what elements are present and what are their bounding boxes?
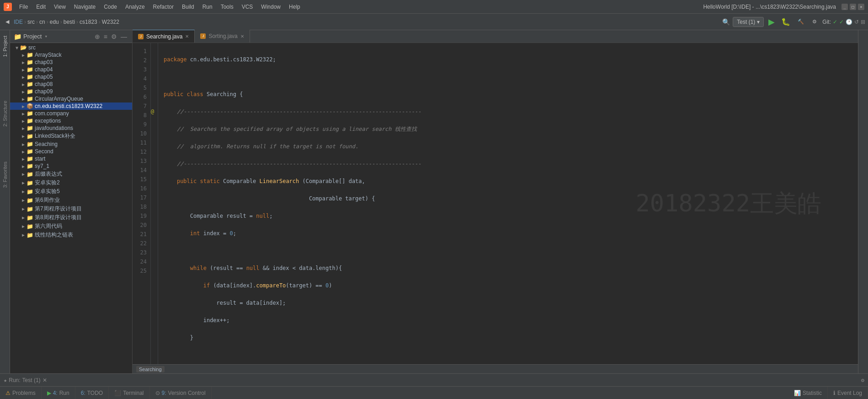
window-title: HelloWorld [D:\IDE] - ...\cs1823\W2322\S…	[703, 4, 836, 10]
menu-view[interactable]: View	[50, 3, 69, 11]
tree-linkedstack[interactable]: ▶ 📁 LinkedStack补全	[10, 132, 132, 140]
breadcrumb-edu[interactable]: edu	[50, 19, 59, 25]
tree-week6-code[interactable]: ▶ 📁 第六周代码	[10, 222, 132, 231]
menu-analyze[interactable]: Analyze	[122, 3, 149, 11]
terminal-icon: ⬛	[114, 390, 121, 396]
project-title: Project	[23, 33, 42, 40]
menu-code[interactable]: Code	[100, 3, 121, 11]
tree-android2[interactable]: ▶ 📁 安卓实验2	[10, 178, 132, 187]
run-close-icon[interactable]: ✕	[43, 377, 47, 383]
editor-status: Searching	[133, 364, 858, 373]
menu-edit[interactable]: Edit	[32, 3, 49, 11]
side-tab-structure[interactable]: 2: Structure	[0, 97, 10, 130]
tree-chap08[interactable]: ▶ 📁 chap08	[10, 81, 132, 88]
sync-button[interactable]: ⊕	[93, 32, 101, 41]
arrow-right-icon-chap03: ▶	[20, 60, 27, 65]
terminal-label: Terminal	[123, 390, 144, 396]
test-dropdown[interactable]: Test (1) ▾	[733, 17, 764, 27]
tree-exceptions[interactable]: ▶ 📁 exceptions	[10, 117, 132, 124]
close-icon-searching[interactable]: ✕	[185, 34, 189, 39]
tree-package-selected[interactable]: ▶ 📦 cn.edu.besti.cs1823.W2322	[10, 102, 132, 110]
tree-javafound[interactable]: ▶ 📁 javafoundations	[10, 124, 132, 132]
menu-run[interactable]: Run	[199, 3, 216, 11]
folder-icon-chap03: 📁	[27, 59, 33, 65]
maximize-button[interactable]: □	[850, 4, 856, 10]
back-button[interactable]: ◀	[3, 17, 12, 26]
statistic-icon: 📊	[794, 390, 801, 396]
build-button[interactable]: 🔨	[795, 17, 807, 26]
code-content[interactable]: package cn.edu.besti.cs1823.W2322; publi…	[158, 43, 858, 364]
hide-panel-button[interactable]: —	[119, 32, 128, 41]
breadcrumb-cs1823[interactable]: cs1823	[80, 19, 97, 25]
tab-terminal[interactable]: ⬛ Terminal	[109, 387, 149, 399]
breadcrumb-sep1: ›	[24, 19, 26, 25]
project-header: 📁 Project ▾ ⊕ ≡ ⚙ —	[10, 30, 132, 43]
close-button[interactable]: ×	[858, 4, 864, 10]
menu-tools[interactable]: Tools	[217, 3, 237, 11]
debug-button[interactable]: 🐛	[779, 16, 792, 27]
run-icon: ▶	[47, 390, 51, 396]
tree-label-arraystack: ArrayStack	[35, 52, 62, 58]
tree-linear[interactable]: ▶ 📁 线性结构之链表	[10, 231, 132, 239]
breadcrumb-w2322[interactable]: W2322	[102, 19, 119, 25]
side-tab-project[interactable]: 1: Project	[0, 32, 10, 60]
tree-chap09[interactable]: ▶ 📁 chap09	[10, 88, 132, 95]
tree-start[interactable]: ▶ 📁 start	[10, 155, 132, 162]
settings-gear-icon[interactable]: ⚙	[861, 377, 864, 383]
menu-navigate[interactable]: Navigate	[70, 3, 99, 11]
project-actions: ⊕ ≡ ⚙ —	[93, 32, 128, 41]
tree-arraystack[interactable]: ▶ 📁 ArrayStack	[10, 51, 132, 59]
collapse-button[interactable]: ≡	[102, 32, 109, 41]
tree-chap05[interactable]: ▶ 📁 chap05	[10, 73, 132, 81]
side-tab-favorites[interactable]: 3: Favorites	[0, 158, 10, 191]
tree-week7[interactable]: ▶ 📁 第7周程序设计项目	[10, 205, 132, 213]
tab-statistic[interactable]: 📊 Statistic	[788, 387, 828, 399]
tree-company[interactable]: ▶ 📁 com.company	[10, 110, 132, 117]
tab-sorting[interactable]: J Sorting.java ✕	[195, 30, 250, 43]
menu-refactor[interactable]: Refactor	[149, 3, 177, 11]
bottom-tabs: ⚠ Problems ▶ 4: Run 6: TODO ⬛ Terminal ⊙…	[0, 386, 868, 399]
tab-event-log[interactable]: ℹ Event Log	[828, 387, 868, 399]
tab-problems[interactable]: ⚠ Problems	[0, 387, 42, 399]
project-dropdown[interactable]: ▾	[44, 33, 48, 39]
run-button[interactable]: ▶	[767, 16, 777, 28]
main-area: 1: Project 2: Structure 3: Favorites 📁 P…	[0, 30, 868, 373]
tree-chap04[interactable]: ▶ 📁 chap04	[10, 66, 132, 73]
menu-help[interactable]: Help	[285, 3, 304, 11]
vc-icon: ⊙	[155, 390, 160, 396]
tree-houzhui[interactable]: ▶ 📁 后缀表达式	[10, 170, 132, 178]
breadcrumb-cn[interactable]: cn	[39, 19, 45, 25]
java-icon-sorting: J	[200, 33, 206, 39]
menu-window[interactable]: Window	[257, 3, 284, 11]
tab-searching[interactable]: J Searching.java ✕	[133, 30, 195, 43]
search-icon[interactable]: 🔍	[722, 18, 730, 26]
gear-button[interactable]: ⚙	[110, 32, 118, 41]
app-icon: J	[4, 3, 12, 11]
tab-run[interactable]: ▶ 4: Run	[42, 387, 75, 399]
tree-chap03[interactable]: ▶ 📁 chap03	[10, 59, 132, 66]
tree-week6[interactable]: ▶ 📁 第6周作业	[10, 196, 132, 205]
info-icon: ℹ	[833, 390, 836, 396]
tab-version-control[interactable]: ⊙ 9: Version Control	[150, 387, 212, 399]
breadcrumb-besti[interactable]: besti	[64, 19, 75, 25]
breadcrumb-src[interactable]: src	[27, 19, 35, 25]
tree-week8[interactable]: ▶ 📁 第8周程序设计项目	[10, 213, 132, 222]
menu-file[interactable]: File	[16, 3, 32, 11]
tab-todo[interactable]: 6: TODO	[75, 387, 109, 399]
line-numbers: 1 2 3 4 5 6 7 8 9 10 11 12 13 14 15 16 1…	[133, 43, 151, 364]
editor-wrapper: 1 2 3 4 5 6 7 8 9 10 11 12 13 14 15 16 1…	[133, 43, 858, 364]
bottom-right-tabs: 📊 Statistic ℹ Event Log	[788, 387, 868, 399]
tree-android5[interactable]: ▶ 📁 安卓实验5	[10, 187, 132, 196]
tree-sy71[interactable]: ▶ 📁 sy7_1	[10, 162, 132, 170]
breadcrumb-ide[interactable]: IDE	[14, 19, 23, 25]
tree-seaching[interactable]: ▶ 📁 Seaching	[10, 140, 132, 148]
settings-button[interactable]: ⚙	[809, 17, 820, 26]
tree-circular[interactable]: ▶ 📁 CircularArrayQueue	[10, 95, 132, 102]
menu-vcs[interactable]: VCS	[238, 3, 257, 11]
minimize-button[interactable]: _	[841, 4, 848, 10]
toolbar: ◀ IDE › src › cn › edu › besti › cs1823 …	[0, 14, 868, 30]
tree-src[interactable]: ▼ 📂 src	[10, 44, 132, 51]
tree-second[interactable]: ▶ 📁 Second	[10, 148, 132, 155]
close-icon-sorting[interactable]: ✕	[240, 34, 244, 39]
menu-build[interactable]: Build	[178, 3, 198, 11]
